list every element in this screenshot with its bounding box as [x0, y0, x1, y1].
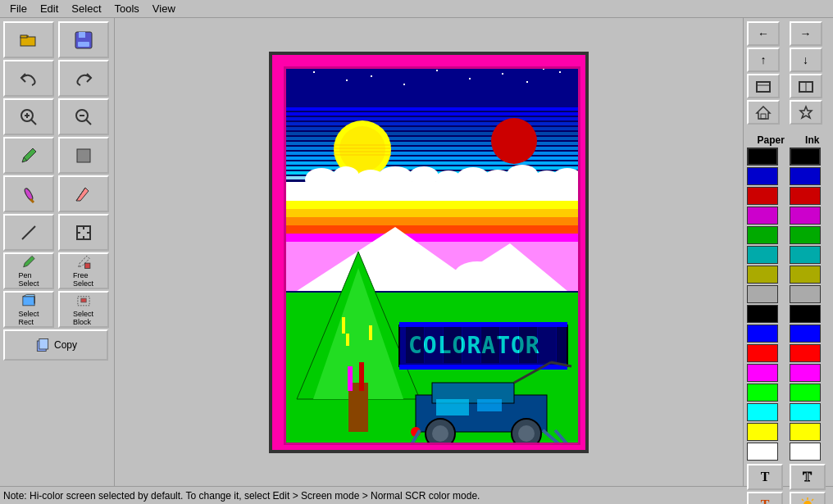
ink-color-red[interactable] [790, 187, 821, 205]
text-outline-button[interactable]: T [790, 464, 826, 490]
menu-edit[interactable]: Edit [34, 1, 65, 16]
svg-rect-101 [425, 327, 443, 363]
paper-bright-white[interactable] [747, 443, 778, 461]
select-rect-button[interactable]: SelectRect [3, 291, 54, 328]
paper-color-red[interactable] [747, 187, 778, 205]
paper-bright-blue[interactable] [747, 325, 778, 343]
pen-select-button[interactable]: PenSelect [3, 252, 54, 289]
svg-rect-46 [284, 122, 580, 125]
undo-button[interactable] [3, 60, 54, 97]
paper-bright-black[interactable] [747, 305, 778, 323]
menu-file[interactable]: File [3, 1, 34, 16]
paper-color-yellow[interactable] [747, 266, 778, 284]
home-icon-button[interactable] [747, 100, 780, 125]
statusbar: Note: Hi-color screen selected by defaul… [0, 486, 833, 504]
paper-color-black[interactable] [747, 148, 778, 166]
paper-bright-yellow[interactable] [747, 423, 778, 441]
nav-up-button[interactable]: ↑ [747, 48, 780, 72]
paper-color-blue[interactable] [747, 167, 778, 185]
zoom-out-button[interactable] [58, 98, 109, 135]
svg-rect-107 [538, 327, 556, 363]
svg-rect-52 [284, 152, 580, 155]
ink-bright-green[interactable] [790, 384, 821, 402]
ink-color-magenta[interactable] [790, 207, 821, 225]
nav-icon1-button[interactable] [747, 74, 780, 98]
paper-color-magenta[interactable] [747, 207, 778, 225]
ink-bright-cyan[interactable] [790, 403, 821, 421]
svg-line-11 [86, 120, 91, 125]
paper-bright-red[interactable] [747, 344, 778, 362]
ink-bright-white[interactable] [790, 443, 821, 461]
text-normal-button[interactable]: T [747, 464, 783, 490]
svg-rect-94 [359, 362, 364, 391]
paper-bright-green[interactable] [747, 384, 778, 402]
sunburst-button[interactable] [790, 492, 826, 504]
ink-bright-blue[interactable] [790, 325, 821, 343]
ink-color-yellow[interactable] [790, 266, 821, 284]
ink-bright-red[interactable] [790, 344, 821, 362]
svg-line-16 [22, 226, 35, 239]
ink-color-cyan[interactable] [790, 246, 821, 264]
nav-left-button[interactable]: ← [747, 21, 780, 46]
svg-point-14 [23, 187, 34, 201]
save-button[interactable] [58, 21, 109, 58]
ink-color-blue[interactable] [790, 167, 821, 185]
menu-view[interactable]: View [146, 1, 182, 16]
select-block-button[interactable]: SelectBlock [58, 291, 109, 328]
brush-button[interactable] [3, 175, 54, 212]
paper-color-green[interactable] [747, 226, 778, 244]
svg-rect-81 [284, 234, 580, 242]
zoom-in-button[interactable] [3, 98, 54, 135]
svg-rect-106 [519, 327, 537, 363]
paper-color-gray[interactable] [747, 285, 778, 303]
svg-rect-119 [477, 399, 502, 411]
copy-button[interactable]: Copy [3, 329, 108, 361]
line-button[interactable] [3, 214, 54, 251]
svg-point-76 [553, 168, 582, 188]
menu-select[interactable]: Select [65, 1, 107, 16]
menu-tools[interactable]: Tools [108, 1, 146, 16]
artwork-canvas[interactable]: COLORATOR [269, 52, 589, 453]
svg-point-137 [803, 501, 812, 504]
svg-rect-40 [469, 78, 471, 79]
pencil-button[interactable] [3, 137, 54, 174]
paper-bright-cyan[interactable] [747, 403, 778, 421]
svg-point-112 [432, 425, 448, 442]
svg-rect-129 [284, 66, 286, 445]
star-icon-button[interactable] [790, 100, 822, 125]
svg-marker-135 [757, 107, 770, 119]
svg-rect-25 [80, 298, 85, 302]
svg-rect-23 [23, 297, 34, 306]
eraser-button[interactable] [58, 175, 109, 212]
svg-point-85 [454, 261, 500, 288]
frame-button[interactable] [58, 214, 109, 251]
svg-rect-105 [500, 327, 518, 363]
svg-rect-35 [436, 70, 438, 71]
free-select-button[interactable]: FreeSelect [58, 252, 109, 289]
redo-button[interactable] [58, 60, 109, 97]
canvas-area: COLORATOR [115, 18, 743, 486]
svg-point-70 [409, 166, 439, 186]
fill-color-button[interactable] [58, 137, 109, 174]
svg-rect-123 [272, 55, 589, 66]
svg-line-144 [812, 499, 813, 501]
open-button[interactable] [3, 21, 54, 58]
paper-color-cyan[interactable] [747, 246, 778, 264]
text-color-button[interactable]: T [747, 492, 783, 504]
nav-icon2-button[interactable] [790, 74, 822, 98]
svg-rect-92 [369, 325, 372, 340]
paper-bright-magenta[interactable] [747, 364, 778, 382]
ink-bright-black[interactable] [790, 305, 821, 323]
ink-bright-magenta[interactable] [790, 364, 821, 382]
svg-rect-108 [557, 327, 567, 363]
ink-bright-yellow[interactable] [790, 423, 821, 441]
svg-rect-42 [559, 71, 561, 73]
ink-color-gray[interactable] [790, 285, 821, 303]
nav-down-button[interactable]: ↓ [790, 48, 822, 72]
ink-color-black[interactable] [790, 148, 821, 166]
svg-rect-54 [284, 161, 580, 165]
svg-point-74 [506, 165, 539, 188]
nav-right-button[interactable]: → [790, 21, 822, 46]
svg-rect-90 [342, 317, 345, 334]
ink-color-green[interactable] [790, 226, 821, 244]
